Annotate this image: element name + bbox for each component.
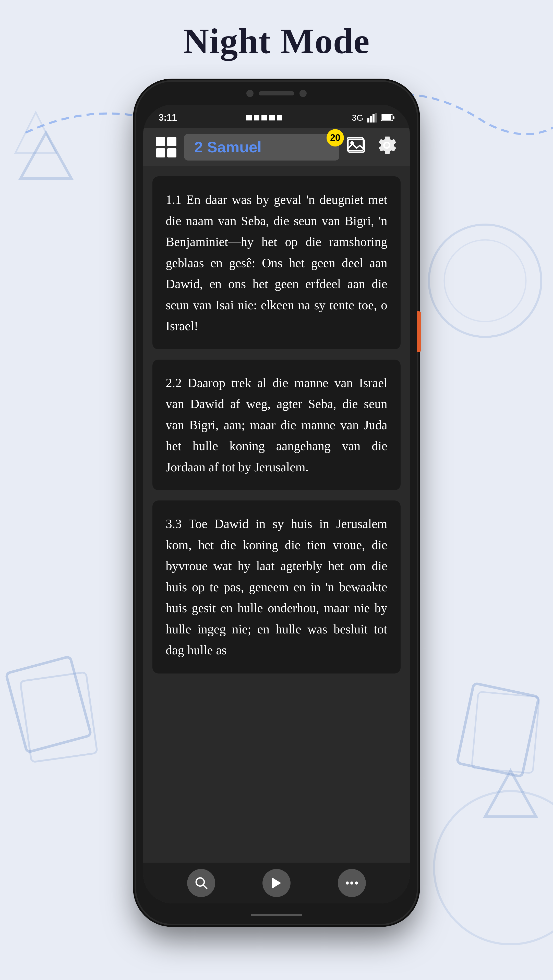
verse-card-1[interactable]: 1.1 En daar was by geval 'n deugniet met… bbox=[152, 177, 401, 349]
verse-text-1: 1.1 En daar was by geval 'n deugniet met… bbox=[166, 189, 387, 337]
svg-rect-6 bbox=[457, 683, 539, 776]
svg-marker-0 bbox=[21, 133, 72, 179]
verse-text-2: 2.2 Daarop trek al die manne van Israel … bbox=[166, 372, 387, 478]
app-header: 2 Samuel 20 bbox=[143, 128, 410, 166]
svg-rect-12 bbox=[373, 115, 375, 123]
network-label: 3G bbox=[352, 113, 363, 123]
search-button[interactable] bbox=[187, 869, 215, 897]
svg-rect-4 bbox=[6, 656, 91, 752]
svg-point-24 bbox=[355, 881, 358, 885]
svg-point-22 bbox=[346, 881, 349, 885]
wifi-icon bbox=[246, 115, 282, 121]
svg-point-3 bbox=[444, 240, 526, 321]
speaker bbox=[259, 91, 294, 95]
page-title: Night Mode bbox=[0, 21, 553, 62]
camera-dot-2 bbox=[300, 90, 307, 97]
status-bar: 3:11 3G bbox=[143, 105, 410, 128]
svg-line-21 bbox=[203, 885, 207, 889]
svg-rect-10 bbox=[367, 118, 370, 123]
verse-text-3: 3.3 Toe Dawid in sy huis in Jerusalem ko… bbox=[166, 513, 387, 661]
phone-shell: 3:11 3G bbox=[136, 82, 417, 924]
media-bar bbox=[143, 862, 410, 904]
verse-card-3[interactable]: 3.3 Toe Dawid in sy huis in Jerusalem ko… bbox=[152, 501, 401, 673]
book-title: 2 Samuel bbox=[194, 138, 261, 156]
battery-icon bbox=[381, 114, 394, 121]
verse-card-2[interactable]: 2.2 Daarop trek al die manne van Israel … bbox=[152, 360, 401, 490]
camera-area bbox=[246, 90, 307, 97]
svg-point-2 bbox=[429, 224, 541, 337]
svg-rect-13 bbox=[375, 113, 377, 123]
gallery-icon[interactable] bbox=[347, 136, 367, 158]
svg-rect-11 bbox=[370, 116, 372, 123]
camera-dot bbox=[246, 90, 253, 97]
svg-rect-15 bbox=[382, 115, 391, 120]
content-area: 1.1 En daar was by geval 'n deugniet met… bbox=[143, 166, 410, 888]
settings-icon[interactable] bbox=[376, 135, 397, 159]
svg-rect-16 bbox=[393, 116, 394, 119]
power-button[interactable] bbox=[417, 311, 421, 352]
home-indicator bbox=[251, 914, 302, 916]
svg-rect-7 bbox=[472, 692, 539, 773]
chapter-badge: 20 bbox=[327, 129, 344, 146]
svg-marker-1 bbox=[15, 112, 56, 153]
signal-icon bbox=[367, 113, 377, 123]
status-right: 3G bbox=[352, 113, 394, 123]
svg-marker-8 bbox=[485, 771, 536, 817]
header-icons bbox=[347, 135, 397, 159]
status-icons bbox=[246, 115, 282, 121]
more-button[interactable] bbox=[338, 869, 366, 897]
svg-point-23 bbox=[350, 881, 353, 885]
home-icon[interactable] bbox=[156, 137, 177, 158]
status-time: 3:11 bbox=[159, 112, 177, 123]
svg-rect-5 bbox=[20, 672, 97, 762]
book-title-box[interactable]: 2 Samuel 20 bbox=[184, 134, 339, 161]
phone-device: 3:11 3G bbox=[136, 82, 417, 924]
play-button[interactable] bbox=[263, 869, 290, 897]
svg-point-9 bbox=[434, 791, 553, 944]
phone-screen: 3:11 3G bbox=[143, 105, 410, 904]
